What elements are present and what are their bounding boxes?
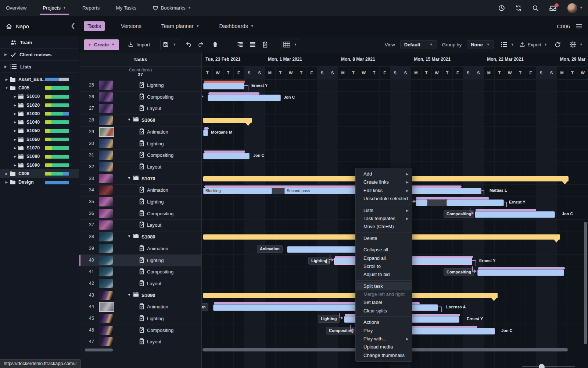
thumbnail[interactable]	[99, 314, 113, 323]
undo-button[interactable]	[183, 39, 194, 50]
shot-name[interactable]: S1080	[141, 234, 155, 240]
menu-item-unschedule-selected[interactable]: Unschedule selected	[356, 195, 412, 203]
task-bar[interactable]	[203, 130, 208, 136]
sidebar-item-s1080[interactable]: ▶S1080	[0, 152, 79, 161]
create-button[interactable]: + Create ▼	[84, 39, 119, 50]
task-name[interactable]: Layout	[147, 164, 161, 170]
task-name[interactable]: Layout	[147, 106, 161, 111]
task-row-40[interactable]: 40Lighting	[79, 255, 201, 267]
tasks-horizontal-scrollbar[interactable]	[85, 348, 113, 351]
align-justify-button[interactable]	[247, 39, 258, 50]
nav-item-bookmarks[interactable]: Bookmarks▼	[153, 0, 191, 16]
task-bar[interactable]	[475, 211, 555, 218]
menu-item-delete[interactable]: Delete	[356, 234, 412, 243]
menu-item-add[interactable]: Add▶	[356, 170, 412, 178]
shot-bar[interactable]	[203, 293, 498, 298]
chevron-right-icon[interactable]: ▶	[4, 78, 9, 81]
chevron-down-icon[interactable]: ▼	[128, 176, 131, 180]
task-name[interactable]: Layout	[147, 339, 161, 344]
vertical-scrollbar[interactable]	[584, 222, 587, 344]
thumbnail[interactable]	[99, 267, 113, 276]
chevron-down-icon[interactable]: ▼	[128, 293, 131, 297]
chevron-right-icon[interactable]: ▶	[13, 155, 17, 158]
task-row-35[interactable]: 35Lighting	[79, 196, 201, 208]
delete-button[interactable]	[210, 39, 220, 50]
hamburger-menu-icon[interactable]	[576, 24, 582, 29]
table-view-button[interactable]	[282, 39, 292, 50]
menu-item-adjust-to-bid[interactable]: Adjust to bid	[356, 270, 412, 279]
chevron-right-icon[interactable]: ▶	[13, 120, 17, 124]
task-row-38[interactable]: 38▼S1080	[79, 231, 201, 243]
menu-item-set-label[interactable]: Set label	[356, 298, 412, 307]
shot-bar[interactable]	[203, 118, 252, 123]
chevron-down-icon[interactable]: ▼	[4, 86, 9, 90]
menu-item-expand-all[interactable]: Expand all	[356, 254, 412, 262]
task-name[interactable]: Compositing	[147, 328, 173, 333]
task-name[interactable]: Lighting	[147, 141, 164, 146]
task-name[interactable]: Lighting	[147, 82, 164, 88]
task-name[interactable]: Animation	[147, 129, 168, 135]
thumbnail[interactable]	[99, 232, 113, 241]
menu-item-lists[interactable]: Lists▶	[356, 206, 412, 215]
menu-item-edit-links[interactable]: Edit links▶	[356, 187, 412, 195]
menu-item-play-with[interactable]: Play with...▶	[356, 335, 412, 343]
task-row-41[interactable]: 41Compositing	[79, 266, 201, 278]
task-name[interactable]: Lighting	[147, 258, 164, 263]
menu-item-move-ctrl-m[interactable]: Move (Ctrl+M)	[356, 223, 412, 231]
sidebar-item-c005[interactable]: ▼C005	[0, 84, 79, 92]
menu-item-scroll-to[interactable]: Scroll to	[356, 262, 412, 270]
task-bar[interactable]	[208, 95, 281, 101]
nav-item-projects[interactable]: Projects▼	[43, 0, 66, 16]
task-bar[interactable]	[203, 83, 244, 89]
task-row-42[interactable]: 42Layout	[79, 278, 201, 290]
thumbnail[interactable]	[99, 139, 113, 148]
chevron-right-icon[interactable]: ▶	[13, 103, 17, 107]
list-options-button[interactable]	[499, 39, 509, 50]
thumbnail[interactable]	[99, 291, 113, 300]
clipboard-check-button[interactable]	[260, 39, 270, 50]
task-row-29[interactable]: 29Animation	[79, 126, 201, 138]
menu-item-clear-splits[interactable]: Clear splits	[356, 307, 412, 315]
task-name[interactable]: Layout	[147, 281, 161, 286]
chevron-right-icon[interactable]: ▶	[4, 180, 9, 184]
chevron-down-icon[interactable]: ▼	[511, 43, 514, 46]
tab-tasks[interactable]: Tasks	[84, 21, 105, 31]
sidebar-item-s1030[interactable]: ▶S1030	[0, 109, 79, 118]
indent-right-button[interactable]	[235, 39, 245, 50]
task-row-44[interactable]: 44Animation	[79, 301, 201, 313]
task-bar[interactable]	[203, 153, 250, 159]
task-row-30[interactable]: 30Lighting	[79, 138, 201, 150]
sidebar-section-team[interactable]: Team	[0, 36, 79, 49]
zoom-slider-track[interactable]	[522, 367, 575, 367]
chevron-right-icon[interactable]: ▶	[13, 95, 17, 98]
task-row-26[interactable]: 26Compositing	[79, 91, 201, 103]
group-by-select[interactable]: None ▼	[467, 40, 494, 49]
sidebar-section-lists[interactable]: ▶Lists	[0, 61, 79, 73]
menu-item-play[interactable]: Play	[356, 327, 412, 335]
task-row-47[interactable]: 47Layout	[79, 336, 201, 348]
thumbnail[interactable]	[99, 220, 113, 230]
import-button[interactable]: Import	[128, 42, 150, 47]
thumbnail[interactable]	[99, 337, 113, 346]
chevron-right-icon[interactable]: ▶	[4, 172, 9, 176]
sidebar-item-asset-buil-[interactable]: ▶Asset_Buil...	[0, 75, 79, 84]
menu-item-change-thumbnails[interactable]: Change thumbnails	[356, 351, 412, 360]
tab-team-planner[interactable]: Team planner▼	[158, 21, 203, 31]
task-row-39[interactable]: 39Animation	[79, 243, 201, 255]
refresh-button[interactable]	[552, 39, 563, 50]
thumbnail[interactable]	[99, 127, 114, 137]
task-row-37[interactable]: 37Layout	[79, 219, 201, 231]
chevron-right-icon[interactable]: ▶	[13, 138, 17, 141]
redo-button[interactable]	[196, 39, 206, 50]
tab-dashboards[interactable]: Dashboards▼	[215, 21, 257, 31]
thumbnail[interactable]	[99, 279, 113, 288]
task-row-25[interactable]: 25Lighting	[79, 79, 201, 92]
menu-item-split-task[interactable]: Split task	[356, 282, 412, 290]
sidebar-item-s1020[interactable]: ▶S1020	[0, 101, 79, 109]
search-icon[interactable]	[532, 5, 539, 11]
task-row-34[interactable]: 34Animation	[79, 184, 201, 197]
task-name[interactable]: Animation	[147, 187, 168, 193]
menu-item-actions[interactable]: Actions	[356, 318, 412, 326]
task-name[interactable]: Lighting	[147, 316, 164, 321]
task-row-45[interactable]: 45Lighting	[79, 313, 201, 325]
